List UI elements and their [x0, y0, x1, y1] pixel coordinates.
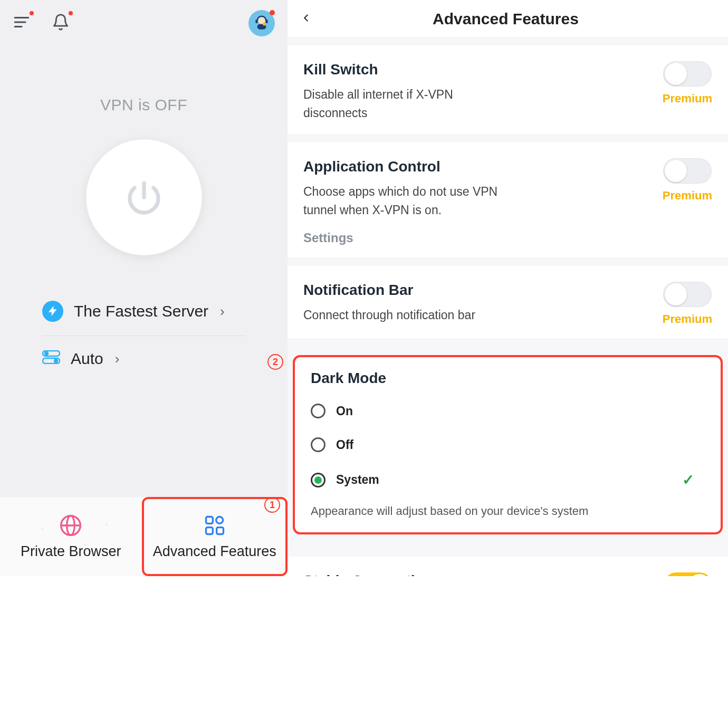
notification-dot — [69, 11, 73, 15]
kill-switch-toggle[interactable] — [663, 61, 712, 87]
svg-point-8 — [263, 23, 266, 26]
power-button[interactable] — [86, 139, 202, 255]
check-icon: ✓ — [682, 471, 694, 489]
notification-bar-desc: Connect through notification bar — [303, 306, 475, 324]
fastest-server-row[interactable]: The Fastest Server › — [42, 287, 245, 336]
dark-mode-option-off[interactable]: Off — [311, 428, 705, 462]
dark-mode-desc: Appearance will adjust based on your dev… — [311, 502, 705, 520]
premium-badge: Premium — [663, 92, 712, 106]
grid-icon — [203, 514, 226, 537]
tab-private-browser-label: Private Browser — [21, 543, 121, 560]
dark-mode-option-on[interactable]: On — [311, 394, 705, 428]
bolt-icon — [42, 301, 63, 322]
notification-dot — [270, 10, 275, 15]
section-dark-mode: Dark Mode On Off System ✓ Appearance — [293, 355, 723, 534]
callout-2: 2 — [267, 354, 283, 370]
app-control-desc: Choose apps which do not use VPN tunnel … — [303, 183, 504, 219]
dark-mode-system-label: System — [336, 473, 379, 487]
header: Advanced Features — [288, 0, 728, 38]
globe-icon — [59, 514, 82, 537]
support-avatar[interactable] — [248, 10, 275, 36]
notification-bar-toggle[interactable] — [663, 282, 712, 307]
svg-rect-7 — [266, 20, 268, 23]
home-screen: VPN is OFF The Fastest Server › — [0, 0, 288, 576]
server-options: The Fastest Server › Auto › — [42, 287, 245, 381]
svg-rect-6 — [255, 20, 257, 23]
dark-mode-option-system[interactable]: System ✓ — [311, 462, 705, 498]
page-title: Advanced Features — [312, 10, 700, 28]
app-control-title: Application Control — [303, 158, 504, 175]
dark-mode-title: Dark Mode — [311, 370, 705, 387]
app-control-toggle[interactable] — [663, 158, 712, 184]
bottom-tabs: Private Browser 1 Advanced Features — [0, 497, 288, 576]
app-control-settings-link[interactable]: Settings — [303, 231, 504, 245]
svg-point-17 — [216, 516, 223, 523]
advanced-features-screen: Advanced Features Kill Switch Disable al… — [288, 0, 728, 576]
top-bar — [0, 0, 288, 38]
premium-badge: Premium — [663, 312, 712, 326]
radio-icon-selected — [311, 473, 325, 487]
svg-point-10 — [45, 352, 48, 355]
radio-icon — [311, 437, 325, 452]
section-application-control: Application Control Choose apps which do… — [288, 142, 728, 259]
radio-icon — [311, 404, 325, 418]
chevron-right-icon: › — [115, 351, 120, 367]
tab-advanced-features[interactable]: 1 Advanced Features — [142, 497, 288, 576]
notification-bar-title: Notification Bar — [303, 282, 475, 299]
tab-private-browser[interactable]: Private Browser — [0, 497, 142, 576]
callout-1: 1 — [264, 497, 280, 513]
svg-point-12 — [54, 359, 58, 362]
chevron-right-icon: › — [220, 303, 225, 320]
section-kill-switch: Kill Switch Disable all internet if X-VP… — [288, 45, 728, 135]
protocol-label: Auto — [71, 350, 103, 368]
empty-area — [0, 576, 728, 727]
kill-switch-title: Kill Switch — [303, 61, 504, 78]
bell-icon[interactable] — [52, 13, 70, 33]
section-notification-bar: Notification Bar Connect through notific… — [288, 266, 728, 339]
vpn-status-label: VPN is OFF — [0, 96, 288, 114]
kill-switch-desc: Disable all internet if X-VPN disconnect… — [303, 85, 504, 122]
premium-badge: Premium — [663, 189, 712, 203]
sliders-icon — [42, 350, 60, 368]
tab-advanced-features-label: Advanced Features — [153, 543, 276, 560]
notification-dot — [30, 11, 34, 15]
svg-rect-19 — [216, 527, 223, 534]
protocol-row[interactable]: Auto › — [42, 336, 245, 381]
dark-mode-on-label: On — [336, 404, 353, 418]
back-button[interactable] — [300, 12, 312, 26]
fastest-server-label: The Fastest Server — [74, 302, 208, 320]
dark-mode-off-label: Off — [336, 438, 353, 452]
svg-rect-18 — [206, 527, 213, 534]
menu-icon[interactable] — [13, 13, 31, 33]
section-dark-mode-wrap: 2 Dark Mode On Off System ✓ — [288, 355, 728, 534]
svg-rect-16 — [206, 516, 213, 523]
